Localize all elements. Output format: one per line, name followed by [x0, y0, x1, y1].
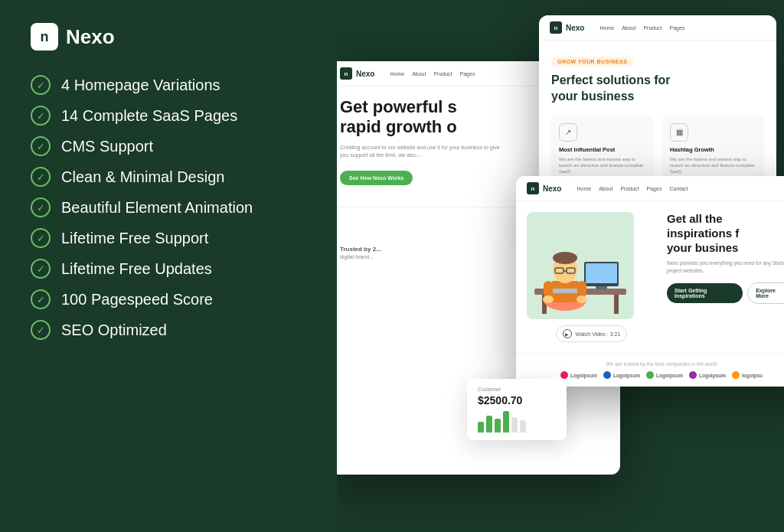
logo-icon	[603, 371, 611, 379]
feature-desc: We are the fastest and easiest way to la…	[559, 156, 645, 175]
stats-bar-6	[520, 420, 526, 432]
check-icon: ✓	[31, 320, 51, 340]
check-icon: ✓	[31, 289, 51, 309]
feature-text: 14 Complete SaaS Pages	[61, 107, 237, 125]
card-logo-text: Nexo	[566, 24, 584, 32]
card-nav-logo: n Nexo	[340, 67, 374, 80]
check-icon: ✓	[31, 228, 51, 248]
feature-text: Lifetime Free Support	[61, 230, 208, 247]
stats-title: Customer	[478, 387, 556, 392]
check-icon: ✓	[31, 75, 51, 95]
card-logo-icon: n	[550, 21, 562, 34]
svg-point-17	[543, 295, 554, 303]
stats-bars	[478, 411, 556, 432]
trusted-logo-1: Logoipsum	[560, 371, 597, 379]
feature-item-complete-pages: ✓ 14 Complete SaaS Pages	[31, 106, 306, 126]
play-icon: ▶	[563, 329, 572, 338]
check-icon: ✓	[31, 259, 51, 279]
feature-item-cms-support: ✓ CMS Support	[31, 136, 306, 156]
svg-rect-14	[550, 289, 580, 293]
card-nav: n Nexo Home About Product Pages	[539, 15, 776, 41]
card-bottom-right: n Nexo Home About Product Pages Contact	[516, 176, 784, 387]
brand-logo-icon: n	[31, 23, 58, 51]
card-tr-feature-1: ↗ Most Influential Post We are the faste…	[551, 116, 653, 183]
feature-text: 100 Pagespeed Score	[61, 291, 213, 308]
card-logo-text: Nexo	[543, 184, 561, 193]
trusted-logo-4: Logoipsum	[689, 371, 726, 379]
nav-link-pages: Pages	[670, 25, 685, 31]
card-br-left: ▶ Watch Video · 3:21	[527, 212, 656, 342]
logo-icon	[689, 371, 697, 379]
card-br-desc: Nexo provides you everything you need fo…	[667, 259, 784, 275]
nav-link-product: Product	[643, 25, 662, 31]
trusted-logo-3: Logoipsum	[646, 371, 683, 379]
svg-rect-5	[586, 263, 617, 283]
feature-text: 4 Homepage Variations	[61, 77, 220, 94]
card-br-buttons: Start Getting Inspirations Explore More	[667, 282, 784, 304]
nav-link: Home	[577, 186, 591, 191]
card-top-right: n Nexo Home About Product Pages GROW YOU…	[539, 15, 776, 195]
card-br-video-button[interactable]: ▶ Watch Video · 3:21	[556, 325, 628, 342]
nav-link: Pages	[460, 71, 475, 77]
card-tr-feature-2: ▦ Hashtag Growth We are the fastest and …	[662, 116, 764, 183]
card-main-cta-button[interactable]: See How Nexo Works	[340, 171, 413, 185]
check-icon: ✓	[31, 197, 51, 217]
stats-bar-1	[478, 422, 484, 432]
trusted-logo-2: Logoipsum	[603, 371, 640, 379]
logo-icon	[732, 371, 740, 379]
check-icon: ✓	[31, 106, 51, 126]
card-tr-features: ↗ Most Influential Post We are the faste…	[551, 116, 764, 183]
nav-link: About	[412, 71, 426, 77]
stats-bar-4	[503, 411, 509, 432]
logo-area: n Nexo	[31, 23, 306, 51]
card-tr-badge: GROW YOUR BUSINESS	[551, 57, 633, 67]
nav-link: Product	[433, 71, 452, 77]
trusted-logos: Logoipsum Logoipsum Logoipsum Logoipsum	[527, 371, 784, 379]
nav-link: About	[599, 186, 612, 191]
card-nav-links: Home About Product Pages	[390, 71, 475, 77]
stats-bar-3	[495, 419, 501, 432]
bar-chart-icon: ▦	[670, 123, 688, 142]
feature-item-clean-design: ✓ Clean & Minimal Design	[31, 167, 306, 187]
nav-link: Pages	[647, 186, 662, 191]
feature-item-free-updates: ✓ Lifetime Free Updates	[31, 259, 306, 279]
feature-text: Beautiful Element Animation	[61, 199, 253, 217]
person-illustration	[527, 212, 634, 319]
feature-list: ✓ 4 Homepage Variations ✓ 14 Complete Sa…	[31, 75, 306, 340]
feature-item-pagespeed: ✓ 100 Pagespeed Score	[31, 289, 306, 309]
svg-rect-3	[614, 295, 619, 314]
card-br-headline: Get all the inspirations f your busines	[667, 212, 784, 255]
feature-title: Most Influential Post	[559, 146, 645, 153]
start-inspirations-button[interactable]: Start Getting Inspirations	[667, 283, 743, 303]
nav-link-about: About	[622, 25, 635, 31]
card-nav-logo: n Nexo	[550, 21, 584, 34]
stats-value: $2500.70	[478, 394, 556, 406]
card-nav-links: Home About Product Pages Contact	[577, 186, 688, 191]
feature-item-homepage-variations: ✓ 4 Homepage Variations	[31, 75, 306, 95]
chart-icon: ↗	[559, 123, 577, 142]
nav-link-home: Home	[599, 25, 614, 31]
card-br-image	[527, 212, 634, 319]
svg-rect-6	[596, 286, 607, 289]
stats-bar-5	[511, 417, 518, 432]
feature-item-animation: ✓ Beautiful Element Animation	[31, 197, 306, 217]
logo-icon	[646, 371, 654, 379]
card-br-right: Get all the inspirations f your busines …	[667, 212, 784, 342]
stats-widget: Customer $2500.70	[467, 379, 567, 440]
svg-point-10	[553, 252, 577, 264]
card-nav-logo: n Nexo	[527, 182, 561, 194]
feature-title: Hashtag Growth	[670, 146, 756, 153]
feature-desc: We are the fastest and easiest way to la…	[670, 156, 756, 175]
main-container: n Nexo ✓ 4 Homepage Variations ✓ 14 Comp…	[0, 0, 784, 532]
card-br-content: ▶ Watch Video · 3:21 Get all the inspira…	[516, 201, 784, 353]
card-tr-content: GROW YOUR BUSINESS Perfect solutions for…	[539, 41, 776, 195]
svg-rect-16	[577, 281, 586, 298]
feature-text: Lifetime Free Updates	[61, 260, 212, 278]
card-nav: n Nexo Home About Product Pages Contact	[516, 176, 784, 201]
nav-link: Home	[390, 71, 404, 77]
right-panel: n Nexo Home About Product Pages GROW YOU…	[337, 0, 784, 532]
explore-more-button[interactable]: Explore More	[747, 282, 784, 304]
card-logo-icon: n	[340, 67, 352, 80]
left-panel: n Nexo ✓ 4 Homepage Variations ✓ 14 Comp…	[0, 0, 337, 532]
card-main-desc: Creating account to our website and use …	[340, 144, 508, 160]
